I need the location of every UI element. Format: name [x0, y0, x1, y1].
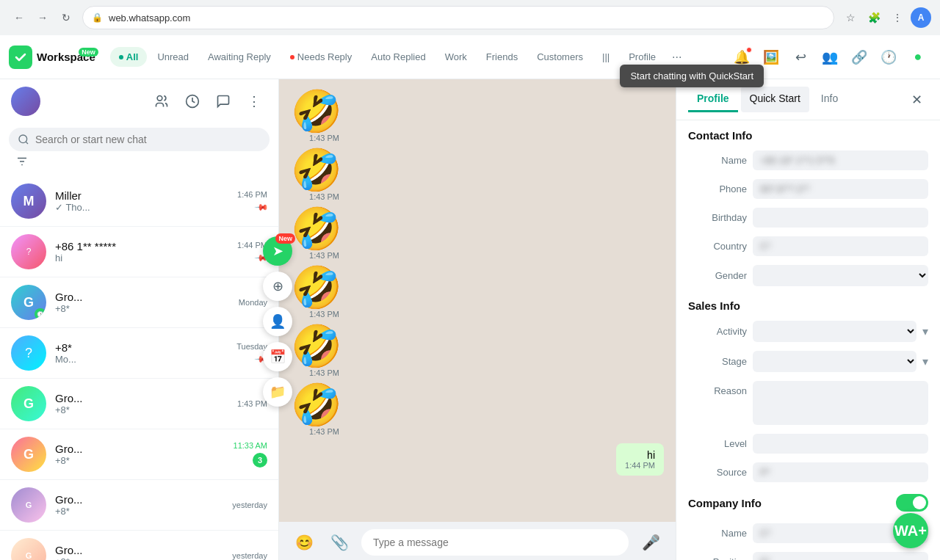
source-field-row: Source P* — [676, 458, 940, 487]
sticker: 🤣 — [291, 208, 342, 250]
tab-friends[interactable]: Friends — [477, 47, 527, 67]
activity-field-row: Activity ▾ — [676, 316, 940, 346]
contacts-icon-btn[interactable]: 👥 — [817, 44, 843, 70]
logo-icon — [9, 46, 32, 69]
float-add-button[interactable]: ⊕ — [263, 272, 292, 301]
tab-needs-reply[interactable]: Needs Reply — [281, 47, 361, 67]
nav-tabs: All Unread Awaiting Reply Needs Reply Au… — [110, 46, 688, 68]
tab-unread[interactable]: Unread — [148, 47, 198, 67]
tab-all[interactable]: All — [110, 47, 148, 67]
float-send-button[interactable]: ➤ New — [263, 236, 292, 266]
whatsapp-fab[interactable]: WA+ — [893, 513, 928, 548]
stage-select[interactable] — [753, 351, 916, 372]
whatsapp-icon-btn[interactable]: ● — [905, 44, 931, 70]
message-time: 1:43 PM — [291, 367, 342, 379]
list-item[interactable]: ? +86 1** ***** hi 1:44 PM 📌 — [0, 227, 278, 277]
reply-icon-btn[interactable]: ↩ — [787, 44, 814, 70]
company-info-section: Company Info — [676, 487, 940, 519]
status-icon-btn[interactable] — [179, 88, 206, 114]
tab-auto-replied[interactable]: Auto Replied — [362, 47, 434, 67]
pin-icon: 📌 — [254, 200, 270, 215]
message-time: 1:43 PM — [291, 426, 342, 437]
float-person-button[interactable]: 👤 — [263, 307, 292, 336]
new-chat-icon-btn[interactable] — [210, 88, 236, 114]
source-value: P* — [753, 462, 928, 482]
browser-menu-icon[interactable]: ⋮ — [887, 7, 908, 28]
forward-button[interactable]: → — [32, 7, 53, 28]
chat-name: Gro... — [55, 544, 223, 556]
back-button[interactable]: ← — [9, 7, 29, 28]
company-toggle[interactable] — [896, 494, 928, 512]
reload-button[interactable]: ↻ — [56, 7, 76, 28]
right-panel-content: Contact Info Name +86 18* 1**1 5**6 Phon… — [676, 120, 940, 560]
tab-profile[interactable]: Profile — [688, 87, 738, 112]
tab-customers[interactable]: Customers — [528, 47, 592, 67]
whatsapp-fab-icon: WA+ — [894, 523, 927, 539]
clock-icon-btn[interactable]: 🕐 — [875, 44, 902, 70]
stage-label: Stage — [688, 356, 747, 367]
list-item[interactable]: G Gro... +8* yesterday — [0, 480, 278, 531]
avatar: G 🕐 — [11, 285, 46, 320]
sidebar-header-icons: ⋮ — [148, 88, 267, 114]
link-icon-btn[interactable]: 🔗 — [846, 44, 872, 70]
contact-info-section: Contact Info — [676, 120, 940, 146]
name-value: +86 18* 1**1 5**6 — [753, 150, 928, 170]
paperclip-icon: 📎 — [330, 534, 349, 551]
right-panel: Profile Quick Start Info ✕ Start chattin… — [676, 79, 940, 560]
user-avatar[interactable] — [11, 87, 40, 116]
search-input-wrapper[interactable] — [9, 128, 270, 151]
float-folder-button[interactable]: 📁 — [263, 377, 292, 407]
tab-vip[interactable]: Profile — [620, 47, 665, 67]
chat-preview: +8* — [55, 506, 223, 517]
tab-quickstart[interactable]: Quick Start — [741, 87, 809, 112]
svg-point-3 — [19, 135, 27, 143]
close-panel-button[interactable]: ✕ — [905, 88, 928, 112]
filter-button[interactable] — [12, 151, 32, 172]
tab-awaiting[interactable]: Awaiting Reply — [199, 47, 280, 67]
list-item[interactable]: ? +8* Mo... Tuesday 📌 — [0, 328, 278, 379]
float-btn-send-wrapper: ➤ New — [263, 236, 292, 266]
tab-work-label: Work — [445, 51, 467, 62]
list-item[interactable]: G Gro... +8* yesterday — [0, 531, 278, 560]
tab-auto-replied-label: Auto Replied — [371, 51, 425, 62]
list-item[interactable]: M Miller ✓ Tho... 1:46 PM 📌 — [0, 176, 278, 227]
list-item[interactable]: G Gro... +8* 1:43 PM — [0, 379, 278, 429]
bookmark-icon[interactable]: ☆ — [840, 7, 861, 28]
list-item[interactable]: G Gro... +8* 11:33 AM 3 — [0, 429, 278, 480]
chat-name: Gro... — [55, 493, 223, 506]
reason-textarea[interactable] — [753, 381, 928, 425]
communities-icon-btn[interactable] — [148, 88, 175, 114]
birthday-input[interactable] — [753, 208, 928, 228]
svg-point-1 — [157, 96, 162, 101]
emoji-button[interactable]: 😊 — [291, 529, 317, 556]
extensions-icon[interactable]: 🧩 — [864, 7, 884, 28]
needs-reply-dot — [290, 55, 294, 59]
microphone-button[interactable]: 🎤 — [637, 529, 664, 556]
activity-select[interactable] — [753, 321, 916, 342]
tab-needs-reply-label: Needs Reply — [297, 51, 352, 62]
notification-badge — [746, 47, 752, 53]
tab-info[interactable]: Info — [812, 87, 847, 112]
tab-iii[interactable]: ||| — [593, 47, 618, 67]
list-item[interactable]: G 🕐 Gro... +8* Monday — [0, 277, 278, 328]
level-input[interactable] — [753, 434, 928, 454]
message-item: 🤣 1:43 PM — [291, 267, 342, 320]
more-options-icon-btn[interactable]: ⋮ — [241, 88, 267, 114]
url-bar[interactable]: 🔒 web.whatsapp.com — [82, 6, 834, 29]
name-label: Name — [688, 155, 747, 166]
browser-nav-buttons: ← → ↻ — [9, 7, 76, 28]
phone-label: Phone — [688, 183, 747, 194]
float-calendar-button[interactable]: 📅 — [263, 342, 292, 371]
search-input[interactable] — [35, 134, 261, 145]
attach-button[interactable]: 📎 — [326, 529, 352, 556]
tab-work[interactable]: Work — [436, 47, 476, 67]
gender-select[interactable]: Male Female — [753, 265, 928, 286]
message-item: 🤣 1:43 PM — [291, 326, 342, 379]
message-time: 1:44 PM — [625, 461, 655, 470]
sticker: 🤣 — [291, 150, 342, 191]
sticker: 🤣 — [291, 91, 342, 132]
browser-profile[interactable]: A — [911, 7, 931, 28]
phone-value: 90*-8***-2** — [753, 179, 928, 199]
position-label: Position — [688, 556, 747, 560]
message-input[interactable] — [361, 529, 629, 556]
